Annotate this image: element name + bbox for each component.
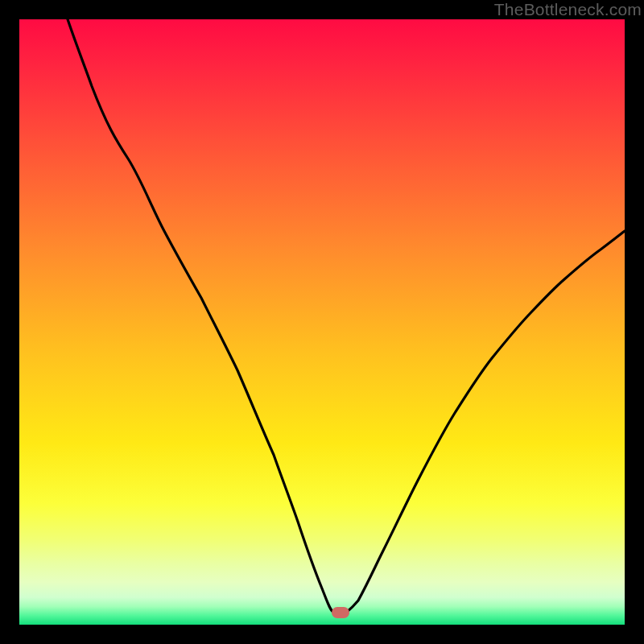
optimal-point-marker	[332, 607, 349, 618]
chart-frame: TheBottleneck.com	[0, 0, 644, 644]
watermark-text: TheBottleneck.com	[494, 0, 642, 19]
plot-area	[19, 19, 625, 625]
bottleneck-curve	[19, 19, 625, 625]
